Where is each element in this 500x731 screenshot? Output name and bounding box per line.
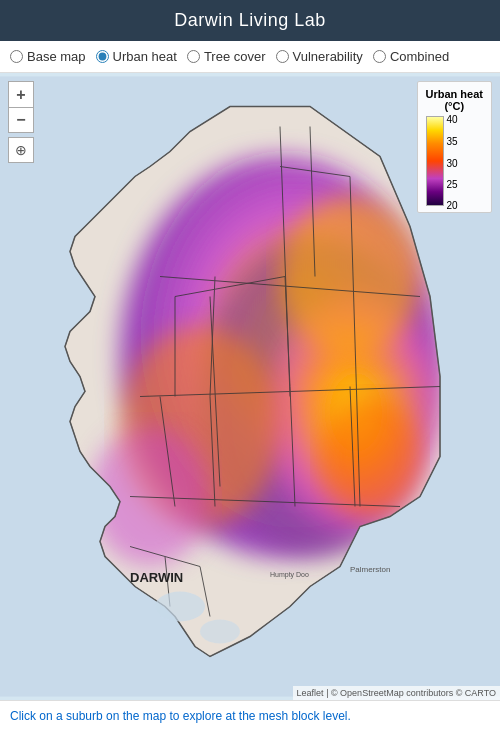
zoom-out-button[interactable]: − bbox=[8, 107, 34, 133]
legend-title: Urban heat(°C) bbox=[426, 88, 483, 112]
svg-point-7 bbox=[155, 592, 205, 622]
map-container[interactable]: DARWIN Palmerston Humpty Doo + − ⊕ Urban… bbox=[0, 73, 500, 700]
layer-selector: Base map Urban heat Tree cover Vulnerabi… bbox=[0, 41, 500, 73]
page-title: Darwin Living Lab bbox=[0, 0, 500, 41]
zoom-in-button[interactable]: + bbox=[8, 81, 34, 107]
map-controls: + − ⊕ bbox=[8, 81, 34, 163]
svg-point-5 bbox=[280, 197, 420, 357]
map-legend: Urban heat(°C) 40 35 30 25 20 bbox=[417, 81, 492, 213]
compass-button[interactable]: ⊕ bbox=[8, 137, 34, 163]
radio-base-map[interactable]: Base map bbox=[10, 49, 86, 64]
radio-vulnerability[interactable]: Vulnerability bbox=[276, 49, 363, 64]
map-attribution: Leaflet | © OpenStreetMap contributors ©… bbox=[293, 686, 500, 700]
svg-text:Humpty Doo: Humpty Doo bbox=[270, 571, 309, 579]
radio-urban-heat[interactable]: Urban heat bbox=[96, 49, 177, 64]
svg-text:Palmerston: Palmerston bbox=[350, 565, 390, 574]
legend-labels: 40 35 30 25 20 bbox=[447, 116, 471, 206]
footer: Click on a suburb on the map to explore … bbox=[0, 700, 500, 731]
radio-tree-cover[interactable]: Tree cover bbox=[187, 49, 266, 64]
darwin-city-label: DARWIN bbox=[130, 570, 183, 585]
svg-point-6 bbox=[320, 397, 420, 517]
radio-combined[interactable]: Combined bbox=[373, 49, 449, 64]
svg-point-8 bbox=[200, 620, 240, 644]
footer-link-text[interactable]: Click on a suburb on the map to explore … bbox=[10, 709, 351, 723]
legend-gradient bbox=[426, 116, 444, 206]
